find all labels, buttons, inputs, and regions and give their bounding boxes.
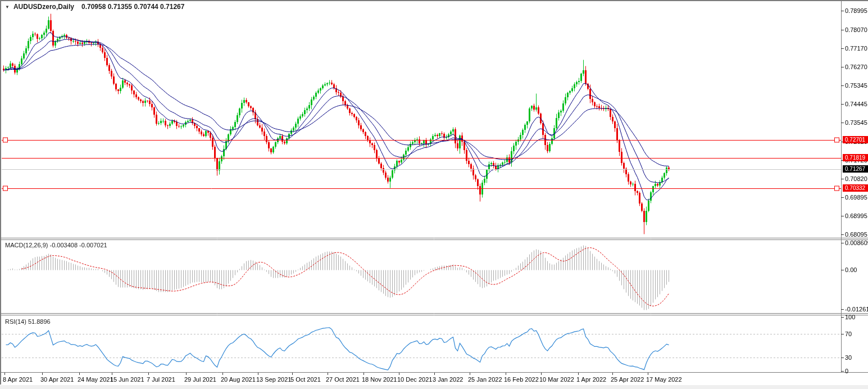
rsi-tick-label: 100 xyxy=(845,314,855,320)
current-price-tag: 0.71267 xyxy=(843,165,868,173)
price-tick-label: 0.77170 xyxy=(845,45,867,52)
date-axis-label: 18 Nov 2021 xyxy=(362,376,397,383)
hline-price-tag[interactable]: 0.71819 xyxy=(843,154,868,161)
date-axis-label: 8 Apr 2021 xyxy=(3,376,33,383)
date-axis-label: 29 Jul 2021 xyxy=(184,376,216,383)
date-axis-label: 10 Dec 2021 xyxy=(397,376,432,383)
date-axis-label: 24 May 2021 xyxy=(78,376,113,383)
macd-tick-label: -0.012617 xyxy=(845,306,868,313)
price-tick-label: 0.76270 xyxy=(845,64,867,70)
price-tick-label: 0.69895 xyxy=(845,194,867,201)
macd-indicator-label: MACD(12,26,9) -0.003408 -0.007021 xyxy=(5,242,107,248)
symbol-period-label: AUDUSDzero,Daily xyxy=(13,3,74,11)
date-axis-label: 25 Jan 2022 xyxy=(468,376,502,383)
date-axis-label: 27 Oct 2021 xyxy=(326,376,360,383)
date-axis-label: 17 May 2022 xyxy=(646,376,682,383)
date-axis-label: 5 Oct 2021 xyxy=(290,376,321,383)
price-tick-label: 0.74445 xyxy=(845,101,867,107)
date-axis-label: 16 Feb 2022 xyxy=(504,376,539,383)
date-axis-label: 1 Apr 2022 xyxy=(576,376,606,383)
date-axis-label: 25 Apr 2022 xyxy=(611,376,644,383)
rsi-tick-label: 70 xyxy=(845,331,852,337)
date-axis-label: 15 Jun 2021 xyxy=(110,376,144,383)
price-tick-label: 0.75345 xyxy=(845,82,867,89)
chart-window: ▼AUDUSDzero,Daily0.70958 0.71355 0.70744… xyxy=(0,0,868,389)
rsi-tick-label: 0 xyxy=(845,368,848,374)
price-tick-label: 0.68095 xyxy=(845,231,867,238)
date-axis-label: 13 Sep 2021 xyxy=(256,376,291,383)
hline-price-tag[interactable]: 0.72701 xyxy=(843,136,868,143)
price-tick-label: 0.78995 xyxy=(845,7,867,14)
date-axis-label: 3 Jan 2022 xyxy=(433,376,463,383)
macd-tick-label: 0.008609 xyxy=(845,239,868,246)
hline-price-tag[interactable]: 0.70332 xyxy=(843,184,868,192)
ohlc-values: 0.70958 0.71355 0.70744 0.71267 xyxy=(81,3,185,11)
price-tick-label: 0.68995 xyxy=(845,212,867,219)
symbol-dropdown-icon[interactable]: ▼ xyxy=(5,4,10,10)
date-axis-label: 30 Apr 2021 xyxy=(40,376,74,383)
macd-tick-label: 0.00 xyxy=(845,266,857,273)
price-tick-label: 0.70820 xyxy=(845,175,867,182)
rsi-tick-label: 30 xyxy=(845,354,852,361)
price-tick-label: 0.78070 xyxy=(845,26,867,33)
rsi-indicator-label: RSI(14) 51.8896 xyxy=(5,318,51,325)
price-chart-canvas[interactable] xyxy=(0,0,868,389)
date-axis-label: 10 Mar 2022 xyxy=(539,376,574,383)
date-axis-label: 20 Aug 2021 xyxy=(221,376,256,383)
chart-header: ▼AUDUSDzero,Daily0.70958 0.71355 0.70744… xyxy=(5,3,184,11)
price-tick-label: 0.73545 xyxy=(845,119,867,126)
date-axis-label: 7 Jul 2021 xyxy=(147,376,175,383)
